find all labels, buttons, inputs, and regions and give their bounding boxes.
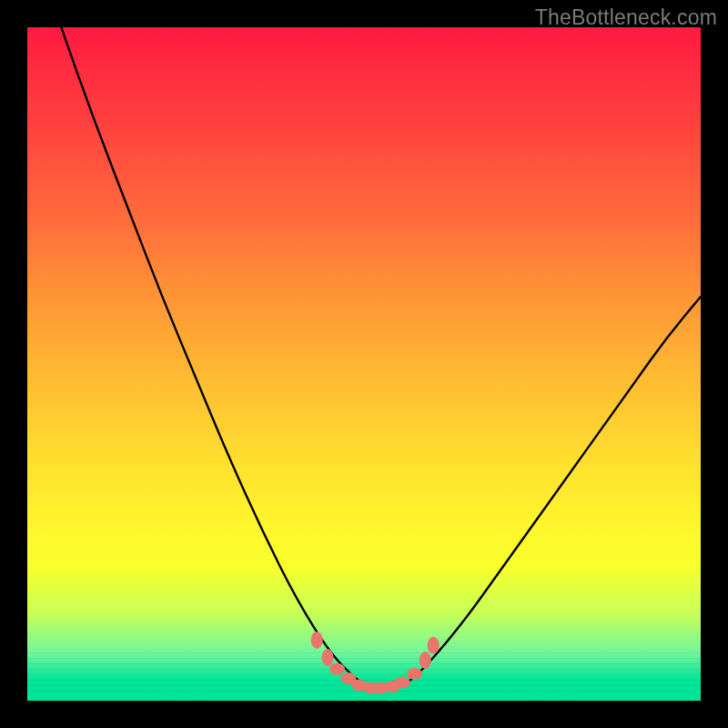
bottleneck-curve	[27, 0, 701, 687]
chart-svg	[27, 27, 701, 701]
valley-marker	[329, 663, 345, 675]
valley-markers	[311, 632, 440, 694]
valley-marker	[428, 637, 440, 654]
valley-marker	[322, 649, 334, 666]
valley-marker	[420, 652, 431, 669]
valley-marker	[407, 668, 422, 680]
plot-area	[27, 27, 701, 701]
valley-marker	[311, 632, 323, 649]
chart-frame: TheBottleneck.com	[0, 0, 728, 728]
valley-marker	[395, 677, 410, 689]
watermark-text: TheBottleneck.com	[535, 5, 717, 30]
